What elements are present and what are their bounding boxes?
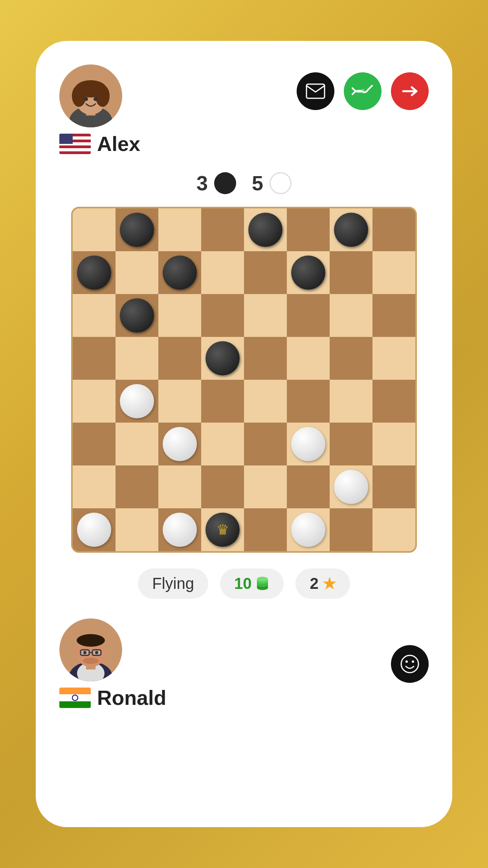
cell-2-7[interactable] xyxy=(372,294,415,337)
piece-black[interactable] xyxy=(120,213,154,247)
cell-2-0[interactable] xyxy=(73,294,116,337)
cell-5-7[interactable] xyxy=(372,423,415,465)
cell-5-5[interactable] xyxy=(287,423,330,465)
cell-6-7[interactable] xyxy=(372,465,415,508)
cell-1-1[interactable] xyxy=(116,251,158,294)
game-card: Alex xyxy=(36,41,452,827)
piece-white[interactable] xyxy=(120,384,154,418)
piece-black[interactable] xyxy=(77,256,111,290)
cell-4-4[interactable] xyxy=(244,380,287,423)
mail-button[interactable] xyxy=(297,72,334,110)
cell-0-2[interactable] xyxy=(158,208,201,251)
white-piece-indicator xyxy=(270,172,292,194)
svg-point-10 xyxy=(360,89,365,94)
piece-black[interactable] xyxy=(248,213,283,247)
piece-white[interactable] xyxy=(77,513,111,547)
piece-black[interactable] xyxy=(291,256,325,290)
cell-6-6[interactable] xyxy=(330,465,372,508)
cell-5-1[interactable] xyxy=(116,423,158,465)
cell-2-5[interactable] xyxy=(287,294,330,337)
cell-4-3[interactable] xyxy=(201,380,244,423)
cell-3-3[interactable] xyxy=(201,337,244,380)
svg-point-28 xyxy=(95,651,98,654)
cell-5-6[interactable] xyxy=(330,423,372,465)
piece-white[interactable] xyxy=(163,513,197,547)
cell-3-5[interactable] xyxy=(287,337,330,380)
cell-5-2[interactable] xyxy=(158,423,201,465)
cell-1-5[interactable] xyxy=(287,251,330,294)
cell-7-3[interactable]: ♛ xyxy=(201,508,244,551)
cell-0-3[interactable] xyxy=(201,208,244,251)
piece-king[interactable]: ♛ xyxy=(205,513,240,547)
cell-6-3[interactable] xyxy=(201,465,244,508)
cell-1-2[interactable] xyxy=(158,251,201,294)
cell-5-3[interactable] xyxy=(201,423,244,465)
cell-3-4[interactable] xyxy=(244,337,287,380)
star-icon: ★ xyxy=(323,575,336,592)
cell-7-2[interactable] xyxy=(158,508,201,551)
cell-3-7[interactable] xyxy=(372,337,415,380)
piece-white[interactable] xyxy=(334,470,368,504)
white-score: 5 xyxy=(252,171,292,195)
cell-1-0[interactable] xyxy=(73,251,116,294)
svg-point-6 xyxy=(95,85,110,107)
checkerboard[interactable]: ♛ xyxy=(71,207,417,553)
top-player-row: Alex xyxy=(59,64,429,156)
cell-0-5[interactable] xyxy=(287,208,330,251)
cell-5-0[interactable] xyxy=(73,423,116,465)
cell-7-7[interactable] xyxy=(372,508,415,551)
cell-3-0[interactable] xyxy=(73,337,116,380)
player-bottom-row: Ronald xyxy=(59,618,429,710)
emoji-button[interactable] xyxy=(391,645,429,683)
piece-black[interactable] xyxy=(163,256,197,290)
cell-6-5[interactable] xyxy=(287,465,330,508)
cell-4-0[interactable] xyxy=(73,380,116,423)
cell-0-4[interactable] xyxy=(244,208,287,251)
exit-button[interactable] xyxy=(391,72,429,110)
cell-1-7[interactable] xyxy=(372,251,415,294)
cell-2-4[interactable] xyxy=(244,294,287,337)
handshake-button[interactable] xyxy=(344,72,382,110)
cell-1-4[interactable] xyxy=(244,251,287,294)
cell-0-7[interactable] xyxy=(372,208,415,251)
stars-value: 2 xyxy=(310,575,318,592)
cell-0-1[interactable] xyxy=(116,208,158,251)
piece-black[interactable] xyxy=(120,298,154,333)
cell-1-3[interactable] xyxy=(201,251,244,294)
cell-1-6[interactable] xyxy=(330,251,372,294)
black-piece-indicator xyxy=(214,172,236,194)
cell-6-2[interactable] xyxy=(158,465,201,508)
cell-4-7[interactable] xyxy=(372,380,415,423)
piece-white[interactable] xyxy=(291,427,325,461)
cell-7-6[interactable] xyxy=(330,508,372,551)
cell-0-6[interactable] xyxy=(330,208,372,251)
cell-7-5[interactable] xyxy=(287,508,330,551)
player-top-name-row: Alex xyxy=(59,132,140,156)
piece-white[interactable] xyxy=(163,427,197,461)
cell-7-1[interactable] xyxy=(116,508,158,551)
piece-black[interactable] xyxy=(334,213,368,247)
cell-7-0[interactable] xyxy=(73,508,116,551)
svg-point-31 xyxy=(405,660,408,663)
cell-4-2[interactable] xyxy=(158,380,201,423)
cell-7-4[interactable] xyxy=(244,508,287,551)
cell-4-6[interactable] xyxy=(330,380,372,423)
cell-6-4[interactable] xyxy=(244,465,287,508)
cell-4-1[interactable] xyxy=(116,380,158,423)
piece-black[interactable] xyxy=(205,341,240,375)
cell-2-3[interactable] xyxy=(201,294,244,337)
cell-3-2[interactable] xyxy=(158,337,201,380)
cell-2-2[interactable] xyxy=(158,294,201,337)
cell-3-1[interactable] xyxy=(116,337,158,380)
cell-3-6[interactable] xyxy=(330,337,372,380)
cell-4-5[interactable] xyxy=(287,380,330,423)
piece-white[interactable] xyxy=(291,513,325,547)
cell-6-0[interactable] xyxy=(73,465,116,508)
mode-chip: Flying xyxy=(138,568,208,599)
cell-2-6[interactable] xyxy=(330,294,372,337)
cell-6-1[interactable] xyxy=(116,465,158,508)
cell-2-1[interactable] xyxy=(116,294,158,337)
cell-5-4[interactable] xyxy=(244,423,287,465)
flag-usa xyxy=(59,134,91,154)
cell-0-0[interactable] xyxy=(73,208,116,251)
